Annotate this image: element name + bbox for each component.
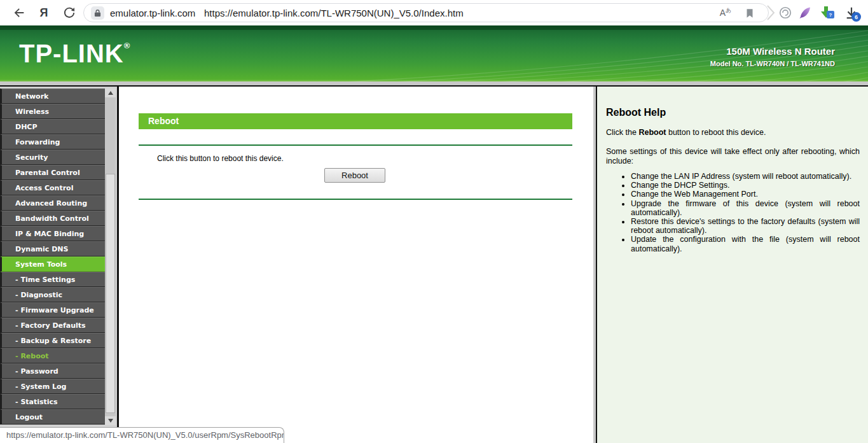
status-bar-url: https://emulator.tp-link.com/TL-WR750N(U… [0, 427, 284, 443]
sidebar-item-label: - Factory Defaults [15, 321, 86, 330]
sidebar-item-wireless[interactable]: Wireless [0, 104, 105, 119]
sidebar-item-label: - Firmware Upgrade [15, 306, 94, 314]
lock-icon[interactable] [91, 6, 104, 20]
sidebar-item-password[interactable]: - Password [0, 363, 105, 379]
help-bullet: Upgrade the firmware of this device (sys… [631, 199, 860, 217]
sidebar-item-security[interactable]: Security [0, 150, 105, 165]
help-bullet: Restore this device's settings to the fa… [631, 217, 860, 235]
sidebar-item-firmware-upgrade[interactable]: - Firmware Upgrade [0, 302, 105, 318]
sidebar-item-advanced-routing[interactable]: Advanced Routing [0, 195, 105, 211]
sidebar-item-label: Access Control [15, 184, 73, 192]
translate-icon[interactable]: Aあ [716, 6, 735, 20]
sidebar-item-label: Forwarding [15, 138, 60, 146]
sidebar-item-label: System Tools [15, 260, 67, 269]
sidebar-item-system-tools[interactable]: System Tools [0, 257, 105, 272]
sidebar-item-system-log[interactable]: - System Log [0, 379, 105, 394]
sidebar-item-diagnostic[interactable]: - Diagnostic [0, 287, 105, 302]
sidebar-item-label: Advanced Routing [15, 199, 87, 207]
sidebar: NetworkWirelessDHCPForwardingSecurityPar… [0, 87, 117, 443]
help-bullet: Update the configuration with the file (… [631, 235, 860, 253]
sidebar-item-backup-restore[interactable]: - Backup & Restore [0, 333, 105, 348]
sidebar-item-label: Bandwidth Control [15, 214, 89, 223]
help-title: Reboot Help [606, 107, 860, 118]
sidebar-item-network[interactable]: Network [0, 88, 105, 104]
extension-feather-icon[interactable] [796, 4, 813, 21]
help-paragraph-1: Click the Reboot button to reboot this d… [606, 128, 860, 137]
yandex-icon[interactable]: Я [36, 4, 52, 21]
sidebar-item-label: - Backup & Restore [15, 337, 91, 345]
banner-top-strip [0, 25, 868, 30]
sidebar-item-access-control[interactable]: Access Control [0, 180, 105, 195]
bookmark-icon[interactable] [744, 6, 757, 20]
sidebar-item-label: Security [15, 153, 48, 162]
banner-product-info: 150M Wireless N Router Model No. TL-WR74… [710, 46, 835, 67]
address-bar-url: https://emulator.tp-link.com/TL-WR750N(U… [204, 8, 464, 18]
sidebar-menu: NetworkWirelessDHCPForwardingSecurityPar… [0, 88, 105, 425]
sidebar-item-parental-control[interactable]: Parental Control [0, 165, 105, 180]
model-number: Model No. TL-WR740N / TL-WR741ND [710, 60, 835, 67]
sidebar-item-statistics[interactable]: - Statistics [0, 394, 105, 409]
help-paragraph-2: Some settings of this device will take e… [606, 147, 860, 166]
sidebar-item-forwarding[interactable]: Forwarding [0, 134, 105, 150]
scrollbar-down-arrow[interactable] [105, 416, 116, 425]
sidebar-item-label: - Password [15, 367, 59, 376]
downloads-badge: 6 [851, 12, 861, 22]
sidebar-item-label: DHCP [15, 123, 37, 131]
sidebar-item-factory-defaults[interactable]: - Factory Defaults [0, 318, 105, 333]
scrollbar-up-arrow[interactable] [105, 88, 116, 97]
help-panel: Reboot Help Click the Reboot button to r… [597, 87, 868, 443]
main-content: Reboot Click this button to reboot this … [119, 87, 593, 443]
help-bullet: Change the DHCP Settings. [631, 181, 860, 190]
section-title: Reboot [139, 113, 572, 129]
scrollbar-thumb[interactable] [106, 174, 115, 413]
sidebar-item-dhcp[interactable]: DHCP [0, 119, 105, 134]
sidebar-item-label: - Reboot [15, 352, 49, 360]
sidebar-item-label: Dynamic DNS [15, 245, 68, 253]
sidebar-item-label: - Time Settings [15, 276, 75, 284]
sidebar-item-label: - Statistics [15, 398, 58, 406]
sidebar-item-ip-mac-binding[interactable]: IP & MAC Binding [0, 226, 105, 241]
address-bar[interactable]: emulator.tp-link.com https://emulator.tp… [83, 3, 769, 22]
sidebar-item-label: - Diagnostic [15, 291, 62, 299]
green-rule-top [139, 144, 572, 146]
tplink-banner: TP-LINK® 150M Wireless N Router Model No… [0, 25, 868, 81]
sidebar-item-label: Wireless [15, 108, 49, 116]
extension-swirl-icon[interactable] [777, 4, 794, 21]
reboot-button[interactable]: Reboot [324, 168, 385, 183]
help-bullet-list: Change the LAN IP Address (system will r… [606, 172, 860, 253]
address-bar-domain: emulator.tp-link.com [110, 8, 195, 18]
reload-icon[interactable] [61, 4, 78, 21]
sidebar-item-label: Parental Control [15, 169, 80, 177]
tplink-logo: TP-LINK® [19, 39, 130, 68]
sidebar-item-label: Network [15, 92, 48, 101]
help-bullet: Change the LAN IP Address (system will r… [631, 172, 860, 181]
sidebar-item-logout[interactable]: Logout [0, 409, 105, 425]
downloads-icon[interactable]: 6 [842, 4, 861, 21]
reboot-description: Click this button to reboot this device. [157, 154, 284, 163]
savefrom-badge: ? [827, 11, 834, 18]
sidebar-item-label: Logout [15, 413, 43, 421]
sidebar-item-time-settings[interactable]: - Time Settings [0, 272, 105, 287]
sidebar-item-dynamic-dns[interactable]: Dynamic DNS [0, 241, 105, 257]
sidebar-item-label: IP & MAC Binding [15, 230, 84, 238]
sidebar-scrollbar[interactable] [105, 88, 116, 425]
green-rule-bottom [139, 199, 572, 200]
sidebar-item-bandwidth-control[interactable]: Bandwidth Control [0, 211, 105, 226]
sidebar-item-reboot[interactable]: - Reboot [0, 348, 105, 363]
help-bullet: Change the Web Management Port. [631, 190, 860, 199]
extension-savefrom-icon[interactable]: ? [816, 4, 836, 21]
sidebar-item-label: - System Log [15, 383, 67, 391]
section-header-bar: Reboot [139, 113, 572, 129]
browser-toolbar: Я emulator.tp-link.com https://emulator.… [0, 0, 868, 25]
product-name: 150M Wireless N Router [710, 46, 835, 57]
back-icon[interactable] [11, 4, 27, 21]
